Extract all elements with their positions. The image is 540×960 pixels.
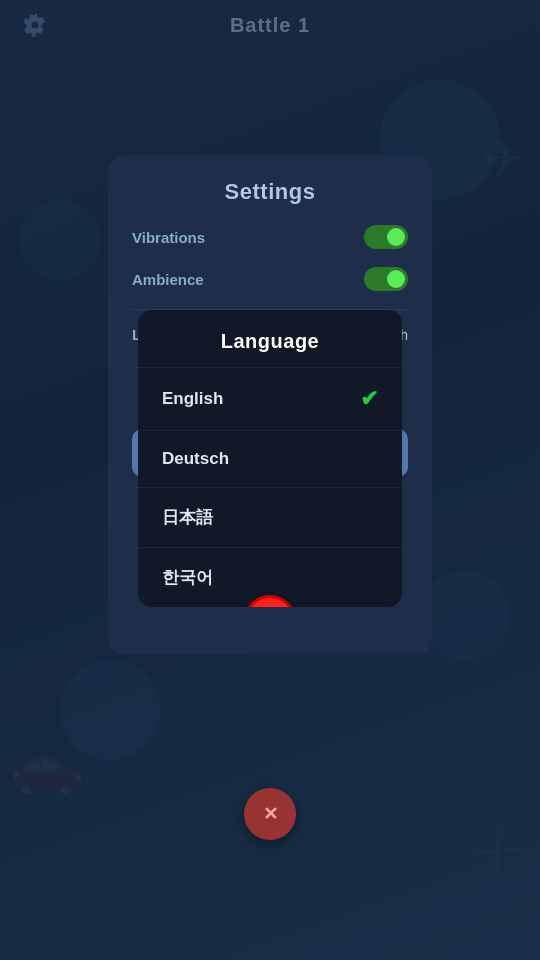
settings-close-button[interactable]: ✕ bbox=[244, 788, 296, 840]
ambience-label: Ambience bbox=[132, 271, 204, 288]
settings-title: Settings bbox=[132, 179, 408, 205]
vibrations-row: Vibrations bbox=[132, 225, 408, 249]
vibrations-label: Vibrations bbox=[132, 229, 205, 246]
vibrations-toggle[interactable] bbox=[364, 225, 408, 249]
language-dropdown-title: Language bbox=[138, 310, 402, 367]
ambience-row: Ambience bbox=[132, 267, 408, 291]
language-korean-label: 한국어 bbox=[162, 566, 213, 589]
close-x-bottom-icon: ✕ bbox=[263, 803, 278, 825]
language-option-english[interactable]: English ✔ bbox=[138, 367, 402, 430]
language-option-japanese[interactable]: 日本語 bbox=[138, 487, 402, 547]
language-dropdown: Language English ✔ Deutsch 日本語 한국어 ✕ bbox=[138, 310, 402, 607]
language-japanese-label: 日本語 bbox=[162, 506, 213, 529]
language-deutsch-label: Deutsch bbox=[162, 449, 229, 469]
language-english-checkmark: ✔ bbox=[360, 386, 378, 412]
ambience-toggle[interactable] bbox=[364, 267, 408, 291]
language-english-label: English bbox=[162, 389, 223, 409]
language-option-deutsch[interactable]: Deutsch bbox=[138, 430, 402, 487]
